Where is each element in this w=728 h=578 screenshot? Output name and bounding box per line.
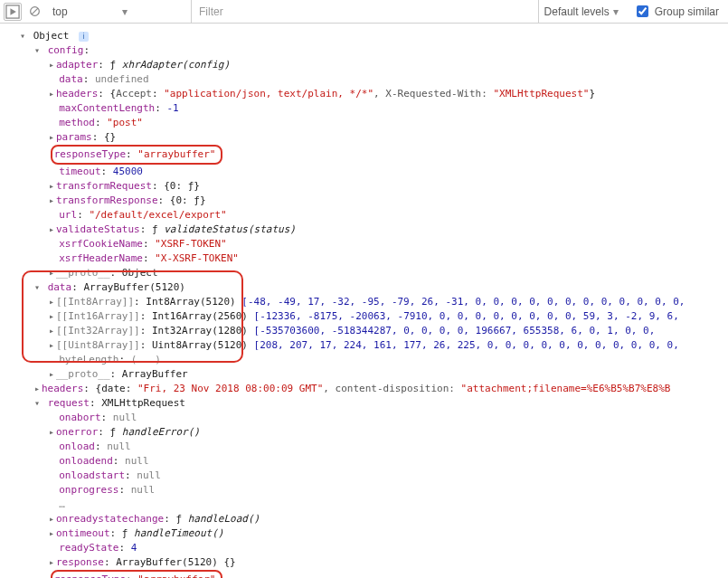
tree-node[interactable]: ontimeout: ƒ handleTimeout()	[4, 526, 724, 541]
tree-leaf-responseType: responseType: "arraybuffer"	[4, 570, 724, 578]
tree-leaf: onabort: null	[4, 411, 724, 425]
tree-node[interactable]: [[Int32Array]]: Int32Array(1280) [-53570…	[4, 324, 724, 338]
expand-toggle[interactable]	[47, 295, 56, 309]
context-selector-label: top	[52, 5, 68, 18]
clear-console-icon[interactable]	[25, 5, 43, 17]
console-toolbar: top ▾ Default levels ▾ Group similar	[0, 0, 728, 24]
expand-toggle[interactable]	[47, 58, 56, 72]
expand-toggle[interactable]	[47, 338, 56, 353]
tree-node[interactable]: validateStatus: ƒ validateStatus(status)	[4, 223, 724, 237]
highlight-box: responseType: "arraybuffer"	[51, 570, 223, 578]
expand-toggle[interactable]	[33, 43, 42, 58]
tree-leaf: readyState: 4	[4, 541, 724, 555]
log-level-label: Default levels	[544, 5, 610, 18]
tree-node[interactable]: __proto__: ArrayBuffer	[4, 367, 724, 382]
tree-leaf[interactable]: byteLength: (...)	[4, 353, 724, 367]
expand-toggle[interactable]	[47, 87, 56, 101]
tree-leaf: onloadend: null	[4, 454, 724, 469]
tree-node[interactable]: response: ArrayBuffer(5120) {}	[4, 555, 724, 570]
expand-toggle[interactable]	[33, 396, 42, 411]
tree-leaf: xsrfHeaderName: "X-XSRF-TOKEN"	[4, 251, 724, 266]
tree-leaf: onload: null	[4, 440, 724, 454]
execution-context-icon[interactable]	[4, 3, 22, 21]
object-root[interactable]: Object i	[4, 29, 724, 43]
expand-toggle[interactable]	[47, 526, 56, 541]
tree-leaf: onloadstart: null	[4, 469, 724, 483]
context-selector[interactable]: top ▾	[47, 0, 192, 23]
tree-leaf: url: "/default/excel/export"	[4, 208, 724, 223]
group-similar-label: Group similar	[655, 5, 719, 18]
group-similar-checkbox[interactable]	[637, 5, 648, 17]
log-level-selector[interactable]: Default levels ▾	[538, 0, 624, 23]
expand-toggle[interactable]	[47, 425, 56, 440]
tree-node[interactable]: transformResponse: {0: ƒ}	[4, 194, 724, 208]
expand-toggle[interactable]	[47, 179, 56, 194]
expand-toggle[interactable]	[47, 223, 56, 237]
tree-node-config[interactable]: config:	[4, 43, 724, 58]
tree-leaf: timeout: 45000	[4, 165, 724, 179]
expand-toggle[interactable]	[47, 194, 56, 208]
tree-node[interactable]: [[Int8Array]]: Int8Array(5120) [-48, -49…	[4, 295, 724, 309]
tree-node-data[interactable]: data: ArrayBuffer(5120)	[4, 280, 724, 295]
tree-node[interactable]: headers: {date: "Fri, 23 Nov 2018 08:00:…	[4, 382, 724, 396]
tree-node[interactable]: __proto__: Object	[4, 266, 724, 280]
expand-toggle[interactable]	[18, 29, 27, 43]
tree-node[interactable]: [[Uint8Array]]: Uint8Array(5120) [208, 2…	[4, 338, 724, 353]
tree-node-request[interactable]: request: XMLHttpRequest	[4, 396, 724, 411]
svg-line-3	[32, 8, 38, 14]
highlight-box: responseType: "arraybuffer"	[51, 145, 223, 165]
filter-input[interactable]	[195, 0, 421, 23]
expand-toggle[interactable]	[47, 309, 56, 324]
tree-leaf: maxContentLength: -1	[4, 101, 724, 116]
tree-leaf: method: "post"	[4, 116, 724, 130]
tree-leaf: onprogress: null	[4, 483, 724, 497]
expand-toggle[interactable]	[47, 512, 56, 526]
chevron-down-icon: ▾	[122, 5, 128, 18]
tree-node[interactable]: onerror: ƒ handleError()	[4, 425, 724, 440]
console-output: Object i config: adapter: ƒ xhrAdapter(c…	[0, 24, 728, 578]
tree-node[interactable]: params: {}	[4, 130, 724, 145]
expand-toggle[interactable]	[47, 367, 56, 382]
chevron-down-icon: ▾	[613, 5, 619, 18]
group-similar-toggle[interactable]: Group similar	[628, 0, 724, 23]
expand-toggle[interactable]	[47, 324, 56, 338]
expand-toggle[interactable]	[47, 266, 56, 280]
expand-toggle[interactable]	[33, 382, 42, 396]
expand-toggle[interactable]	[47, 130, 56, 145]
svg-marker-1	[10, 8, 15, 15]
tree-node[interactable]: transformRequest: {0: ƒ}	[4, 179, 724, 194]
tree-node[interactable]: headers: {Accept: "application/json, tex…	[4, 87, 724, 101]
tree-node[interactable]: [[Int16Array]]: Int16Array(2560) [-12336…	[4, 309, 724, 324]
object-label: Object	[33, 30, 70, 42]
tree-node[interactable]: adapter: ƒ xhrAdapter(config)	[4, 58, 724, 72]
tree-node[interactable]: onreadystatechange: ƒ handleLoad()	[4, 512, 724, 526]
expand-toggle[interactable]	[47, 555, 56, 570]
info-icon[interactable]: i	[79, 32, 89, 42]
tree-leaf: data: undefined	[4, 72, 724, 87]
expand-toggle[interactable]	[33, 280, 42, 295]
tree-leaf: …	[4, 497, 724, 512]
tree-leaf-responseType: responseType: "arraybuffer"	[4, 145, 724, 165]
tree-leaf: xsrfCookieName: "XSRF-TOKEN"	[4, 237, 724, 251]
